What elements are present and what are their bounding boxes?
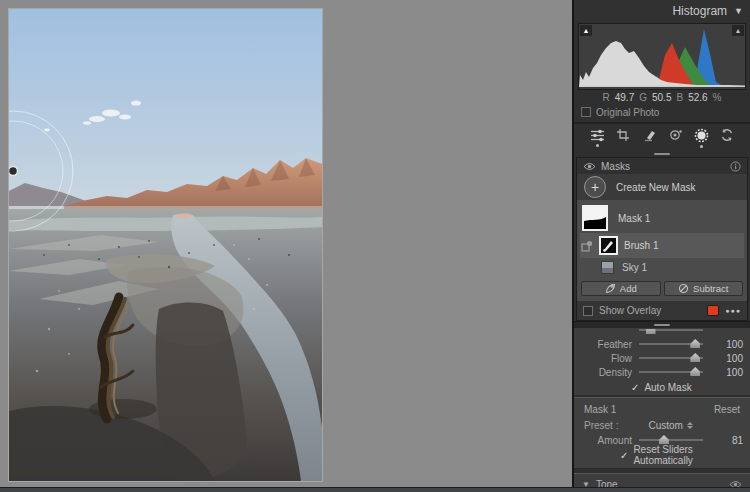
mask-item-brush1[interactable]: Brush 1	[580, 233, 744, 258]
overlay-options-menu[interactable]: ●●●	[725, 307, 741, 314]
dropdown-carets-icon	[687, 422, 693, 429]
flow-label: Flow	[582, 353, 632, 364]
histogram-title: Histogram	[672, 4, 727, 18]
mask1-thumbnail	[582, 205, 608, 231]
info-icon[interactable]	[730, 161, 741, 172]
density-slider-row: Density 100	[574, 365, 750, 379]
crop-tool-button[interactable]	[613, 128, 633, 147]
flow-slider[interactable]	[639, 357, 703, 359]
original-photo-label: Original Photo	[596, 107, 659, 118]
adjust-tool-button[interactable]	[587, 129, 607, 147]
show-overlay-label: Show Overlay	[599, 305, 661, 316]
brush-cursor[interactable]	[9, 9, 322, 481]
rgb-readout: R 49.7 G 50.5 B 52.6 %	[574, 90, 750, 104]
feather-label: Feather	[582, 339, 632, 350]
brush1-thumbnail	[599, 236, 618, 255]
subtract-button[interactable]: Subtract	[664, 281, 744, 296]
filmstrip-divider[interactable]	[0, 487, 750, 492]
mask-item-sky1[interactable]: Sky 1	[580, 258, 744, 277]
percent-sign: %	[713, 92, 722, 103]
flow-value: 100	[710, 353, 743, 364]
auto-mask-checkbox[interactable]: ✓	[631, 382, 639, 393]
sky1-thumbnail	[601, 261, 614, 274]
size-slider[interactable]	[639, 329, 703, 331]
g-value: 50.5	[652, 92, 671, 103]
g-label: G	[639, 92, 647, 103]
tool-active-dot	[596, 144, 599, 147]
add-label: Add	[620, 283, 637, 294]
preset-dropdown[interactable]: Custom	[648, 420, 692, 431]
reset-button[interactable]: Reset	[714, 404, 740, 415]
preset-label: Preset :	[584, 420, 618, 431]
mask-item-label: Brush 1	[624, 240, 658, 251]
refresh-tool-button[interactable]	[717, 128, 737, 147]
panel-drag-handle[interactable]	[654, 324, 670, 326]
original-photo-checkbox[interactable]	[581, 107, 591, 117]
amount-slider[interactable]	[639, 439, 703, 441]
mask-item-mask1[interactable]: Mask 1	[580, 203, 744, 233]
add-button[interactable]: Add	[581, 281, 661, 296]
masks-panel-title: Masks	[601, 161, 630, 172]
mask-mode-badge-icon	[580, 240, 593, 252]
red-eye-tool-button[interactable]	[665, 129, 685, 146]
create-new-mask-label: Create New Mask	[616, 182, 695, 193]
collapse-triangle-icon[interactable]: ▼	[734, 6, 743, 16]
panel-drag-handle[interactable]	[654, 153, 670, 155]
reset-sliders-checkbox[interactable]: ✓	[620, 450, 628, 461]
refresh-icon	[720, 128, 734, 142]
density-value: 100	[710, 367, 743, 378]
b-value: 52.6	[688, 92, 707, 103]
flow-slider-row: Flow 100	[574, 351, 750, 365]
mask-settings-title: Mask 1	[584, 404, 616, 415]
healing-tool-button[interactable]	[639, 129, 659, 147]
adjust-sliders-icon	[590, 129, 605, 142]
mask-item-label: Mask 1	[618, 213, 650, 224]
plus-icon: +	[584, 176, 606, 198]
red-eye-icon	[668, 129, 683, 141]
masks-visibility-eye-icon[interactable]	[583, 162, 596, 171]
histogram-curves	[579, 24, 745, 89]
editor-canvas	[0, 0, 572, 487]
density-slider[interactable]	[639, 371, 703, 373]
masking-icon	[694, 128, 709, 143]
feather-slider-row: Feather 100	[574, 337, 750, 351]
eraser-icon	[642, 129, 656, 142]
preset-value: Custom	[648, 420, 682, 431]
tool-active-dot	[700, 145, 703, 148]
show-overlay-checkbox[interactable]	[583, 306, 593, 316]
amount-label: Amount	[582, 435, 632, 446]
b-label: B	[676, 92, 683, 103]
size-slider-row	[574, 329, 750, 337]
masks-panel: Masks + Create New Mask Mask 1	[576, 157, 748, 321]
tool-strip	[574, 124, 750, 151]
reset-sliders-label: Reset Sliders Automatically	[633, 444, 750, 466]
mask-item-label: Sky 1	[622, 262, 647, 273]
histogram[interactable]: ▲ ▲	[578, 23, 746, 90]
shadow-clipping-icon[interactable]: ▲	[580, 25, 592, 36]
auto-mask-label: Auto Mask	[644, 382, 691, 393]
mask-settings-section: Mask 1 Reset Preset : Custom Amount 81 ✓…	[574, 397, 750, 469]
mask-list: Mask 1 Brush 1 Sky 1 Add	[577, 200, 747, 301]
crop-icon	[616, 128, 630, 142]
overlay-color-swatch[interactable]	[707, 305, 719, 316]
masking-tool-button[interactable]	[691, 128, 711, 148]
feather-slider[interactable]	[639, 343, 703, 345]
histogram-panel-header[interactable]: Histogram ▼	[574, 0, 750, 22]
create-new-mask-button[interactable]: + Create New Mask	[577, 174, 747, 200]
density-label: Density	[582, 367, 632, 378]
brush-settings-section: Feather 100 Flow 100 Density 100 ✓ Auto …	[574, 328, 750, 395]
photo[interactable]	[8, 8, 323, 482]
highlight-clipping-icon[interactable]: ▲	[732, 25, 744, 36]
subtract-label: Subtract	[693, 283, 728, 294]
develop-right-panel: Histogram ▼ ▲ ▲ R 49.7 G 50.5 B 52.6 % O…	[572, 0, 750, 492]
r-value: 49.7	[615, 92, 634, 103]
add-icon	[605, 283, 616, 294]
feather-value: 100	[710, 339, 743, 350]
r-label: R	[603, 92, 610, 103]
subtract-icon	[678, 283, 689, 294]
